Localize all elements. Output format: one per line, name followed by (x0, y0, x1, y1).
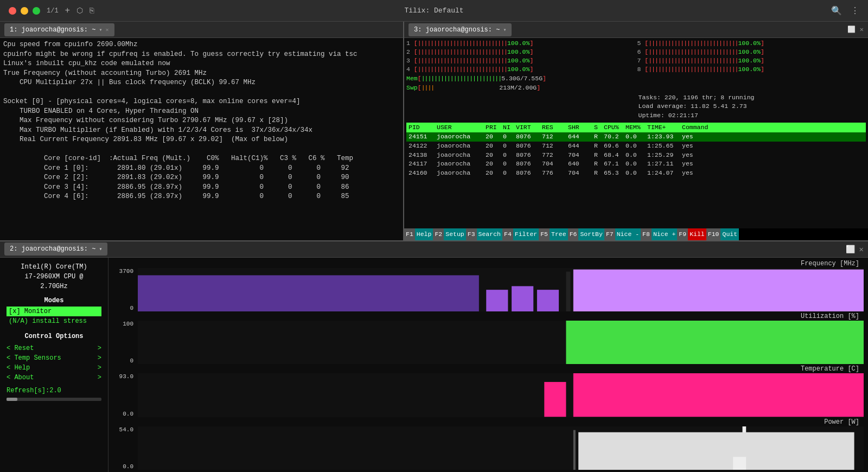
refresh-slider[interactable] (7, 398, 101, 401)
proc-time: 1:25.29 (647, 151, 682, 160)
layout-icon[interactable]: ⬡ (76, 6, 83, 15)
bookmark-icon[interactable]: ⎘ (90, 7, 94, 15)
pane-1-content[interactable]: Cpu speed from cpuinfo 2690.00Mhz cpuinf… (0, 38, 403, 240)
pane-2-tab[interactable]: 2: joaorocha@gnosis: ~ ▾ (4, 243, 107, 256)
close-button[interactable] (9, 7, 16, 15)
svg-rect-13 (578, 432, 854, 470)
f2-key: F2 (433, 228, 444, 240)
proc-mem: 0.0 (626, 142, 647, 151)
mode-install-stress[interactable]: (N/A) install stress (7, 316, 101, 326)
pane-2-close-icon[interactable]: ✕ (859, 245, 864, 254)
menu-icon[interactable]: ⋮ (851, 5, 859, 16)
proc-virt: 8076 (516, 169, 542, 178)
f1-label: Help (415, 228, 433, 240)
svg-rect-14 (733, 457, 746, 470)
uptime-stat: Uptime: 02:21:17 (639, 111, 866, 120)
proc-res: 712 (542, 142, 568, 151)
proc-s: R (594, 160, 604, 169)
maximize-button[interactable] (33, 7, 40, 15)
func-f5[interactable]: F5 Tree (539, 228, 567, 240)
control-temp-sensors-label: < Temp Sensors (7, 354, 61, 362)
func-f7[interactable]: F7 Nice - (604, 228, 641, 240)
tab-3-dropdown-icon[interactable]: ▾ (503, 27, 506, 33)
pane-1-tab[interactable]: 1: joaorocha@gnosis: ~ ▾ ✕ (4, 23, 114, 36)
func-f4[interactable]: F4 Filter (502, 228, 539, 240)
proc-mem: 0.0 (626, 151, 647, 160)
proc-user: joaorocha (437, 169, 486, 178)
control-temp-sensors[interactable]: < Temp Sensors > (7, 353, 101, 363)
pane-2-expand-icon[interactable]: ⬜ (846, 245, 855, 254)
proc-ni: 0 (503, 142, 516, 151)
frequency-chart: Frequency [MHz] 3700 0 (113, 260, 864, 311)
traffic-lights (9, 7, 40, 15)
col-header-pid: PID (409, 123, 437, 132)
cpu-name: Intel(R) Core(TM)i7-2960XM CPU @2.70GHz (7, 262, 101, 291)
proc-s: R (594, 132, 604, 142)
proc-res: 776 (542, 169, 568, 178)
func-f10[interactable]: F10 Quit (706, 228, 739, 240)
cpufreq-charts: Frequency [MHz] 3700 0 (108, 258, 868, 472)
power-min-label: 0.0 (113, 463, 133, 470)
search-icon[interactable]: 🔍 (831, 5, 842, 16)
f5-key: F5 (539, 228, 550, 240)
mode-install-stress-label: (N/A) install stress (9, 317, 87, 325)
proc-pri: 20 (486, 132, 503, 142)
pane-1-tab-close[interactable]: ✕ (105, 27, 108, 33)
func-f3[interactable]: F3 Search (466, 228, 502, 240)
proc-time: 1:24.07 (647, 169, 682, 178)
terminal-line (3, 88, 400, 98)
minimize-button[interactable] (21, 7, 28, 15)
tasks-stat: Tasks: 220, 1196 thr; 8 running (639, 93, 866, 103)
control-help[interactable]: < Help > (7, 363, 101, 373)
control-about[interactable]: < About > (7, 373, 101, 382)
svg-rect-6 (566, 321, 864, 364)
svg-rect-3 (537, 290, 559, 311)
control-about-arrow: > (98, 374, 101, 381)
mode-monitor[interactable]: [x] Monitor (7, 307, 101, 316)
tab-2-dropdown-icon[interactable]: ▾ (99, 246, 102, 252)
page-indicator: 1/1 (47, 7, 59, 15)
terminal-line: Core 3 [4]: 2886.95 (28.97x) 99.9 0 0 0 … (3, 183, 400, 193)
svg-rect-0 (138, 275, 479, 311)
proc-shr: 644 (568, 142, 594, 151)
pane-3-expand-icon[interactable]: ⬜ (847, 25, 856, 34)
func-f1[interactable]: F1 Help (404, 228, 433, 240)
temp-min-label: 0.0 (113, 411, 133, 417)
frequency-svg (138, 268, 864, 311)
f4-key: F4 (502, 228, 513, 240)
pane-3-close-icon[interactable]: ✕ (860, 25, 864, 34)
add-pane-icon[interactable]: + (65, 6, 71, 16)
frequency-chart-title: Frequency [MHz] (113, 260, 864, 267)
col-header-s: S (594, 123, 604, 132)
func-f6[interactable]: F6 SortBy (568, 228, 604, 240)
proc-cmd: yes (682, 132, 864, 142)
func-f9[interactable]: F9 Kill (677, 228, 706, 240)
process-row[interactable]: 24138 joaorocha 20 0 8076 772 704 R 68.4… (406, 151, 866, 160)
proc-virt: 8076 (516, 151, 542, 160)
process-row[interactable]: 24122 joaorocha 20 0 8076 712 644 R 69.6… (406, 142, 866, 151)
func-f8[interactable]: F8 Nice + (641, 228, 677, 240)
f6-label: SortBy (578, 228, 604, 240)
f8-label: Nice + (652, 228, 677, 240)
utilization-svg (138, 321, 864, 364)
control-reset[interactable]: < Reset > (7, 343, 101, 353)
pane-3-tab[interactable]: 3: joaorocha@gnosis: ~ ▾ (409, 23, 512, 36)
func-f2[interactable]: F2 Setup (433, 228, 465, 240)
control-temp-sensors-arrow: > (98, 354, 101, 362)
proc-pri: 20 (486, 151, 503, 160)
titlebar-left: 1/1 + ⬡ ⎘ (9, 6, 94, 16)
temperature-chart-title: Temperature [C] (113, 365, 864, 373)
pane-3-htop-content[interactable]: 1 [||||||||||||||||||||||||||||100.0%] 2… (404, 38, 868, 228)
f1-key: F1 (404, 228, 415, 240)
f9-key: F9 (677, 228, 688, 240)
power-chart-title: Power [W] (113, 418, 864, 426)
proc-cpu: 70.2 (604, 132, 626, 142)
tab-dropdown-icon[interactable]: ▾ (99, 27, 102, 33)
process-row[interactable]: 24151 joaorocha 20 0 8076 712 644 R 70.2… (406, 132, 866, 142)
modes-title: Modes (7, 297, 101, 304)
process-row[interactable]: 24117 joaorocha 20 0 8076 704 640 R 67.1… (406, 160, 866, 169)
cpufreq-content: Intel(R) Core(TM)i7-2960XM CPU @2.70GHz … (0, 258, 868, 472)
f7-key: F7 (604, 228, 615, 240)
process-row[interactable]: 24160 joaorocha 20 0 8076 776 704 R 65.3… (406, 169, 866, 178)
f10-key: F10 (706, 228, 721, 240)
